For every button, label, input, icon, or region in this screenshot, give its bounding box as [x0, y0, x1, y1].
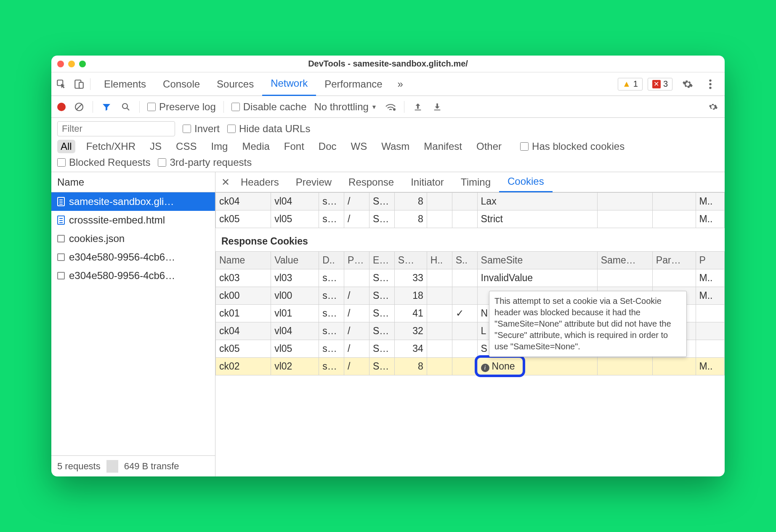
filter-input[interactable]: [57, 121, 175, 136]
tab-performance[interactable]: Performance: [316, 72, 391, 96]
tab-overflow[interactable]: »: [393, 72, 407, 96]
cell-h: [427, 210, 452, 228]
column-header-sec[interactable]: S..: [452, 252, 477, 269]
clear-icon[interactable]: [73, 101, 85, 113]
filter-type-ws[interactable]: WS: [348, 140, 371, 153]
cell-value: vl05: [271, 340, 319, 358]
column-header-s[interactable]: S…: [394, 252, 427, 269]
settings-gear-icon[interactable]: [707, 101, 719, 113]
column-header-name[interactable]: Name: [216, 252, 271, 269]
filter-type-fetch-xhr[interactable]: Fetch/XHR: [83, 140, 139, 153]
cell-sp: [597, 269, 652, 287]
settings-icon[interactable]: [682, 78, 694, 90]
errors-badge[interactable]: ✕3: [648, 78, 672, 90]
cell-pri: [696, 322, 725, 340]
cell-sec: [452, 269, 477, 287]
filter-type-css[interactable]: CSS: [173, 140, 200, 153]
filter-type-manifest[interactable]: Manifest: [420, 140, 465, 153]
cell-s: 8: [394, 358, 427, 375]
filter-type-doc[interactable]: Doc: [315, 140, 340, 153]
filter-type-js[interactable]: JS: [146, 140, 165, 153]
close-detail-icon[interactable]: ✕: [219, 176, 232, 188]
request-item[interactable]: e304e580-9956-4cb6…: [51, 248, 215, 266]
filter-type-all[interactable]: All: [57, 140, 75, 153]
upload-icon[interactable]: [412, 101, 424, 113]
tab-sources[interactable]: Sources: [208, 72, 262, 96]
kebab-menu-icon[interactable]: [704, 78, 716, 90]
detail-tab-initiator[interactable]: Initiator: [402, 172, 452, 192]
cell-d: s…: [319, 210, 344, 228]
cell-sec: [452, 287, 477, 305]
record-button[interactable]: [57, 103, 66, 111]
third-party-label: 3rd-party requests: [170, 157, 252, 168]
column-header-pri[interactable]: P: [696, 252, 725, 269]
request-item[interactable]: e304e580-9956-4cb6…: [51, 266, 215, 285]
table-row[interactable]: ck04vl04s…/S…8LaxM..: [216, 193, 725, 210]
device-toggle-icon[interactable]: [73, 78, 85, 90]
cell-p: /: [344, 193, 369, 210]
cell-pri: M..: [696, 210, 725, 228]
cell-e: S…: [369, 287, 394, 305]
tab-elements[interactable]: Elements: [96, 72, 154, 96]
errors-count: 3: [663, 79, 668, 89]
request-item[interactable]: crosssite-embed.html: [51, 211, 215, 229]
cell-pk: [652, 193, 696, 210]
column-header-value[interactable]: Value: [271, 252, 319, 269]
column-header-samesite[interactable]: SameSite: [477, 252, 597, 269]
cell-h: [427, 358, 452, 375]
cell-sp: [597, 193, 652, 210]
search-icon[interactable]: [120, 101, 132, 113]
column-header-sp[interactable]: Same…: [597, 252, 652, 269]
filter-type-media[interactable]: Media: [239, 140, 273, 153]
warnings-badge[interactable]: ▲1: [618, 78, 643, 90]
inspect-icon[interactable]: [56, 78, 67, 90]
cell-e: S…: [369, 322, 394, 340]
blocked-requests-checkbox[interactable]: Blocked Requests: [57, 157, 150, 168]
detail-tab-headers[interactable]: Headers: [232, 172, 287, 192]
invert-checkbox[interactable]: Invert: [183, 123, 220, 135]
filter-type-font[interactable]: Font: [281, 140, 308, 153]
filter-type-other[interactable]: Other: [473, 140, 505, 153]
cell-name: ck05: [216, 340, 271, 358]
cell-p: /: [344, 287, 369, 305]
preserve-log-label: Preserve log: [159, 101, 216, 113]
cell-pri: M..: [696, 358, 725, 375]
request-label: samesite-sandbox.gli…: [69, 196, 174, 207]
cell-pri: [696, 340, 725, 358]
detail-tab-cookies[interactable]: Cookies: [499, 172, 553, 192]
detail-tab-preview[interactable]: Preview: [287, 172, 340, 192]
column-header-e[interactable]: E…: [369, 252, 394, 269]
detail-panel: ✕ HeadersPreviewResponseInitiatorTimingC…: [215, 172, 725, 476]
filter-type-wasm[interactable]: Wasm: [378, 140, 413, 153]
network-conditions-icon[interactable]: [385, 101, 396, 113]
throttling-select[interactable]: No throttling▼: [314, 101, 377, 113]
download-icon[interactable]: [431, 101, 443, 113]
column-header-p[interactable]: P…: [344, 252, 369, 269]
column-header-pk[interactable]: Par…: [652, 252, 696, 269]
hide-data-urls-checkbox[interactable]: Hide data URLs: [227, 123, 310, 135]
tab-console[interactable]: Console: [154, 72, 208, 96]
cell-d: s…: [319, 358, 344, 375]
request-list: samesite-sandbox.gli…crosssite-embed.htm…: [51, 192, 215, 455]
column-header-h[interactable]: H..: [427, 252, 452, 269]
request-item[interactable]: samesite-sandbox.gli…: [51, 192, 215, 211]
request-item[interactable]: cookies.json: [51, 229, 215, 248]
disable-cache-checkbox[interactable]: Disable cache: [231, 101, 307, 113]
table-row[interactable]: ck02vl02s…/S…8iNoneM..: [216, 358, 725, 375]
table-row[interactable]: ck03vl03s…S…33InvalidValueM..: [216, 269, 725, 287]
third-party-checkbox[interactable]: 3rd-party requests: [158, 157, 252, 168]
table-row[interactable]: ck05vl05s…/S…8StrictM..: [216, 210, 725, 228]
column-header-d[interactable]: D..: [319, 252, 344, 269]
tab-network[interactable]: Network: [262, 72, 316, 96]
filter-type-img[interactable]: Img: [207, 140, 231, 153]
info-icon[interactable]: i: [481, 364, 489, 372]
preserve-log-checkbox[interactable]: Preserve log: [147, 101, 216, 113]
request-label: cookies.json: [69, 233, 125, 245]
detail-tab-response[interactable]: Response: [340, 172, 402, 192]
detail-tab-timing[interactable]: Timing: [452, 172, 499, 192]
cell-e: S…: [369, 210, 394, 228]
cell-pri: M..: [696, 193, 725, 210]
filter-icon[interactable]: [101, 101, 112, 113]
has-blocked-cookies-checkbox[interactable]: Has blocked cookies: [520, 141, 625, 152]
window-title: DevTools - samesite-sandbox.glitch.me/: [51, 59, 725, 69]
